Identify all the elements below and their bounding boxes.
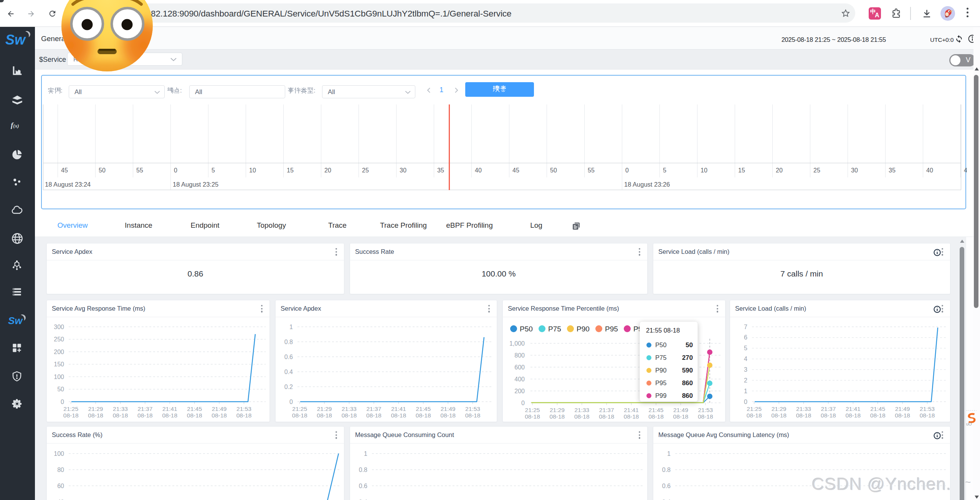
svg-text:08-18: 08-18 <box>317 412 332 419</box>
svg-text:21:49: 21:49 <box>673 407 688 413</box>
svg-text:21:53: 21:53 <box>236 406 251 412</box>
svg-text:08-18: 08-18 <box>88 412 103 419</box>
svg-text:08-18: 08-18 <box>747 412 762 419</box>
svg-text:08-18: 08-18 <box>845 412 861 419</box>
svg-text:08-18: 08-18 <box>525 413 540 420</box>
svg-text:08-18: 08-18 <box>440 412 456 419</box>
svg-text:21:41: 21:41 <box>391 406 406 412</box>
svg-text:1,000: 1,000 <box>509 340 525 347</box>
svg-text:0: 0 <box>521 400 525 406</box>
svg-text:7: 7 <box>744 324 747 330</box>
svg-text:08-18: 08-18 <box>870 412 886 419</box>
svg-text:21:29: 21:29 <box>317 406 332 412</box>
svg-text:P75: P75 <box>548 325 561 333</box>
svg-text:0.6: 0.6 <box>284 354 293 360</box>
svg-text:1: 1 <box>289 324 293 330</box>
svg-text:21:45: 21:45 <box>416 406 431 412</box>
svg-text:0.8: 0.8 <box>284 339 293 345</box>
svg-text:21:37: 21:37 <box>821 406 836 412</box>
svg-text:08-18: 08-18 <box>895 412 910 419</box>
svg-text:0.6: 0.6 <box>359 483 367 489</box>
svg-text:21:25: 21:25 <box>292 406 307 412</box>
svg-text:250: 250 <box>54 336 64 343</box>
svg-text:50: 50 <box>57 386 64 392</box>
svg-text:0: 0 <box>744 399 747 405</box>
svg-text:08-18: 08-18 <box>63 412 79 419</box>
svg-text:1: 1 <box>667 450 671 457</box>
svg-text:21:29: 21:29 <box>772 406 787 412</box>
svg-text:08-18: 08-18 <box>796 412 811 419</box>
svg-text:08-18: 08-18 <box>212 412 227 419</box>
svg-text:08-18: 08-18 <box>366 412 382 419</box>
svg-text:21:53: 21:53 <box>465 406 480 412</box>
svg-text:1: 1 <box>744 388 747 394</box>
svg-text:800: 800 <box>514 352 525 359</box>
svg-text:5: 5 <box>744 345 747 351</box>
svg-text:P95: P95 <box>605 325 618 333</box>
svg-text:400: 400 <box>514 376 525 382</box>
svg-text:08-18: 08-18 <box>920 412 935 419</box>
svg-text:200: 200 <box>54 349 64 355</box>
svg-text:08-18: 08-18 <box>599 413 614 420</box>
svg-text:08-18: 08-18 <box>698 413 713 420</box>
svg-text:200: 200 <box>514 388 525 394</box>
svg-text:08-18: 08-18 <box>236 412 252 419</box>
svg-text:08-18: 08-18 <box>391 412 406 419</box>
svg-text:300: 300 <box>54 324 64 330</box>
svg-text:08-18: 08-18 <box>416 412 431 419</box>
svg-text:0: 0 <box>61 399 64 405</box>
svg-text:21:33: 21:33 <box>574 407 589 413</box>
svg-text:0.4: 0.4 <box>284 369 293 375</box>
svg-text:21:45: 21:45 <box>649 407 664 413</box>
svg-text:80: 80 <box>57 467 64 473</box>
svg-text:P50: P50 <box>520 325 533 333</box>
svg-text:0.8: 0.8 <box>359 467 367 473</box>
svg-text:60: 60 <box>57 483 64 489</box>
svg-text:21:45: 21:45 <box>870 406 885 412</box>
svg-text:0: 0 <box>289 399 293 405</box>
svg-text:21:49: 21:49 <box>212 406 227 412</box>
svg-text:3: 3 <box>744 366 747 373</box>
svg-text:100: 100 <box>54 374 64 380</box>
svg-text:21:49: 21:49 <box>441 406 456 412</box>
svg-text:08-18: 08-18 <box>187 412 202 419</box>
svg-text:uO: uO <box>966 422 972 426</box>
svg-text:0.6: 0.6 <box>662 483 671 489</box>
svg-text:08-18: 08-18 <box>465 412 481 419</box>
svg-text:2: 2 <box>744 377 747 384</box>
svg-text:21:33: 21:33 <box>342 406 357 412</box>
svg-text:08-18: 08-18 <box>648 413 664 420</box>
svg-text:21:41: 21:41 <box>846 406 861 412</box>
svg-text:21:33: 21:33 <box>113 406 128 412</box>
svg-text:21:25: 21:25 <box>525 407 540 413</box>
svg-text:21:37: 21:37 <box>138 406 153 412</box>
svg-text:0.4: 0.4 <box>359 499 367 500</box>
svg-text:21:29: 21:29 <box>550 407 565 413</box>
svg-text:21:25: 21:25 <box>63 406 78 412</box>
svg-text:6: 6 <box>744 334 747 341</box>
svg-text:21:49: 21:49 <box>895 406 910 412</box>
svg-text:0.8: 0.8 <box>662 467 671 473</box>
svg-text:1: 1 <box>364 450 367 457</box>
svg-text:P90: P90 <box>577 325 590 333</box>
svg-text:08-18: 08-18 <box>673 413 689 420</box>
svg-text:21:37: 21:37 <box>599 407 614 413</box>
svg-text:08-18: 08-18 <box>550 413 565 420</box>
svg-text:08-18: 08-18 <box>342 412 357 419</box>
svg-text:08-18: 08-18 <box>574 413 590 420</box>
svg-text:21:33: 21:33 <box>796 406 811 412</box>
svg-text:21:41: 21:41 <box>624 407 639 413</box>
svg-text:21:29: 21:29 <box>88 406 103 412</box>
svg-text:150: 150 <box>54 361 64 368</box>
svg-text:21:37: 21:37 <box>367 406 382 412</box>
svg-text:21:53: 21:53 <box>920 406 935 412</box>
svg-text:4: 4 <box>744 356 747 362</box>
svg-text:08-18: 08-18 <box>292 412 307 419</box>
svg-text:08-18: 08-18 <box>821 412 836 419</box>
svg-text:0.2: 0.2 <box>284 384 293 390</box>
svg-text:600: 600 <box>514 364 525 371</box>
svg-text:21:41: 21:41 <box>162 406 177 412</box>
svg-text:08-18: 08-18 <box>137 412 153 419</box>
svg-text:21:45: 21:45 <box>187 406 202 412</box>
svg-text:08-18: 08-18 <box>771 412 787 419</box>
